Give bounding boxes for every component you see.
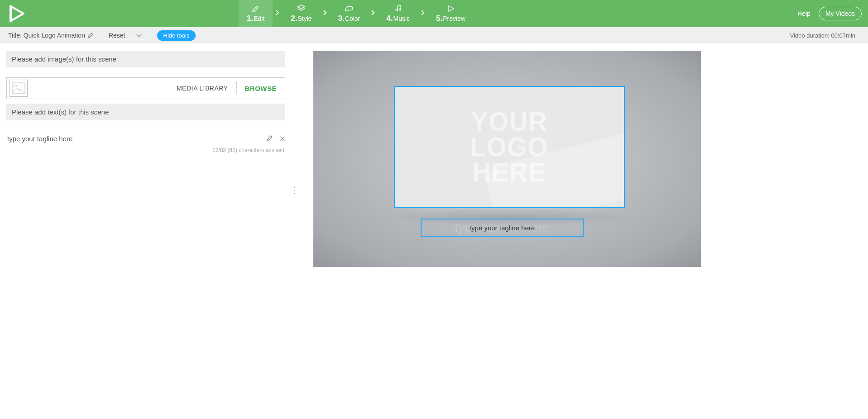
step-5-label: Preview	[443, 15, 465, 22]
music-icon	[394, 4, 402, 13]
step-color[interactable]: 3.Color	[330, 0, 369, 27]
editor-panel: Please add image(s) for this scene MEDIA…	[6, 51, 285, 153]
tagline-input[interactable]	[7, 135, 263, 143]
step-style[interactable]: 2.Style	[283, 0, 320, 27]
header-right: Help My Videos	[797, 7, 862, 20]
step-music[interactable]: 4.Music	[378, 0, 418, 27]
more-options-icon[interactable]: ⋮	[291, 189, 299, 192]
chevron-down-icon	[136, 32, 142, 39]
step-4-label: Music	[393, 15, 410, 22]
char-counter: 22/82 (82) characters advised	[6, 147, 285, 153]
wizard-steps: 1.Edit 2.Style 3.Color 4.Music	[239, 0, 474, 27]
chevron-right-icon	[320, 10, 330, 18]
step-edit[interactable]: 1.Edit	[239, 0, 273, 27]
media-library-button[interactable]: MEDIA LIBRARY	[177, 85, 228, 92]
edit-title-pencil-icon[interactable]	[88, 32, 94, 39]
step-4-num: 4.	[386, 14, 393, 23]
tagline-frame[interactable]: type tagline here type your tagline here	[421, 219, 584, 237]
logo-frame[interactable]: YOUR LOGO HERE	[394, 86, 625, 208]
edit-tagline-pencil-icon[interactable]	[267, 134, 274, 143]
browse-button[interactable]: BROWSE	[245, 85, 281, 92]
tagline-field	[6, 132, 275, 145]
main-area: Please add image(s) for this scene MEDIA…	[0, 43, 868, 267]
tagline-overlay-text: type your tagline here	[470, 224, 535, 232]
step-1-num: 1.	[247, 14, 253, 23]
app-header: 1.Edit 2.Style 3.Color 4.Music	[0, 0, 868, 27]
reset-label: Reset	[109, 32, 125, 39]
my-videos-button[interactable]: My Videos	[819, 7, 862, 20]
divider	[236, 82, 237, 94]
svg-rect-0	[12, 83, 25, 94]
reset-dropdown[interactable]: Reset	[104, 31, 144, 40]
step-5-num: 5.	[436, 14, 442, 23]
hide-tools-button[interactable]: Hide tools	[157, 30, 196, 41]
svg-point-1	[14, 85, 17, 87]
image-placeholder-icon[interactable]	[10, 80, 28, 97]
clear-tagline-button[interactable]: ×	[279, 134, 285, 144]
step-1-label: Edit	[254, 15, 264, 22]
chevron-right-icon	[273, 10, 283, 18]
app-logo	[8, 5, 26, 22]
project-title: Title: Quick Logo Animation	[8, 32, 94, 39]
chevron-right-icon	[368, 10, 378, 18]
step-preview[interactable]: 5.Preview	[428, 0, 474, 27]
subheader-bar: Title: Quick Logo Animation Reset Hide t…	[0, 27, 868, 43]
image-upload-row: MEDIA LIBRARY BROWSE	[6, 77, 285, 99]
step-3-label: Color	[345, 15, 360, 22]
pencil-icon	[252, 4, 260, 13]
help-link[interactable]: Help	[797, 10, 810, 17]
char-count-nums: 22/82 (82)	[212, 147, 237, 153]
video-preview: YOUR LOGO HERE type tagline here type yo…	[313, 51, 701, 267]
layers-icon	[297, 4, 306, 13]
tagline-row: ×	[6, 132, 285, 145]
add-images-header: Please add image(s) for this scene	[6, 51, 285, 67]
title-value: Quick Logo Animation	[24, 32, 85, 39]
title-prefix: Title:	[8, 32, 24, 39]
chevron-right-icon	[418, 10, 428, 18]
step-3-num: 3.	[338, 14, 345, 23]
char-count-label: characters advised	[237, 147, 284, 153]
play-icon	[447, 4, 455, 13]
step-2-num: 2.	[291, 14, 297, 23]
video-duration: Video duration: 00:07min	[790, 32, 855, 39]
logo-line-1: YOUR	[470, 109, 549, 134]
add-texts-header: Please add text(s) for this scene	[6, 104, 285, 120]
step-2-label: Style	[298, 15, 312, 22]
palette-icon	[345, 4, 354, 13]
